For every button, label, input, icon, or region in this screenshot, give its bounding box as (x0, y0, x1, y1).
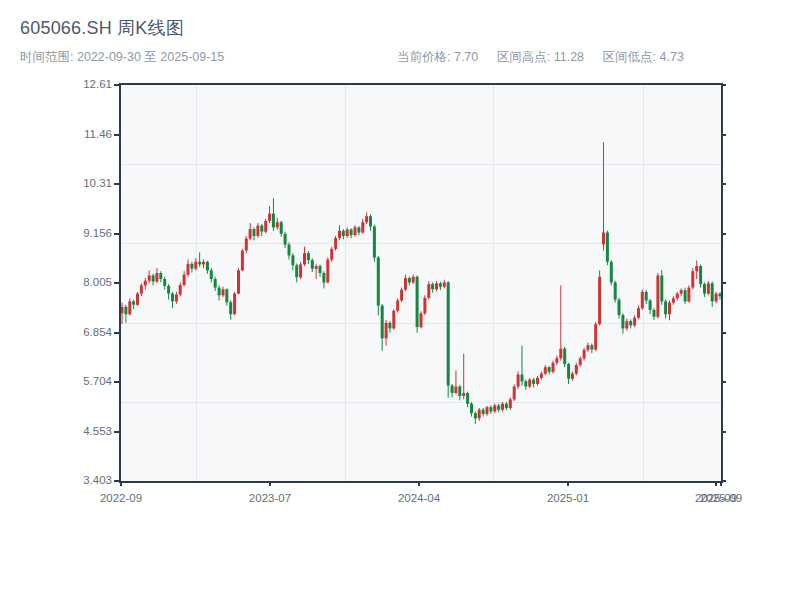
candle-body (563, 349, 566, 365)
candle-body (532, 380, 535, 384)
candle-body (350, 230, 353, 236)
candle-body (614, 282, 617, 299)
candle-body (575, 365, 578, 374)
candle-body (672, 298, 675, 302)
candle-body (513, 387, 516, 400)
y-tick (114, 381, 119, 383)
candle-body (179, 285, 182, 295)
candle-body (517, 375, 520, 387)
candle-body (637, 308, 640, 318)
y-tick-label: 5.704 (40, 375, 112, 387)
y-tick (114, 183, 119, 185)
y-tick-label: 11.46 (40, 128, 112, 140)
candle-body (183, 275, 186, 285)
candle-body (256, 226, 259, 236)
candle-body (385, 323, 388, 339)
candle-body (361, 222, 364, 232)
candle-body (288, 245, 291, 256)
candle-body (132, 301, 135, 304)
candle-body (649, 301, 652, 311)
candle-body (598, 277, 601, 324)
candle-body (412, 277, 415, 283)
candle-body (148, 276, 151, 281)
candle-body (703, 284, 706, 294)
candle-body (486, 407, 489, 414)
y-tick-right (721, 84, 726, 86)
candle-body (136, 294, 139, 305)
candle-body (660, 276, 663, 302)
candle-body (369, 216, 372, 226)
candle-body (175, 295, 178, 302)
candle-body (354, 227, 357, 235)
candle-body (307, 253, 310, 260)
candle-body (140, 285, 143, 293)
candle-body (668, 303, 671, 315)
candle-body (187, 264, 190, 275)
candle-body (711, 283, 714, 301)
candle-body (222, 289, 225, 295)
y-tick-right (721, 134, 726, 136)
candle-body (602, 233, 605, 245)
candle-body (311, 260, 314, 269)
candle-body (144, 281, 147, 286)
candle-body (260, 226, 263, 232)
candle-body (159, 273, 162, 279)
candle-body (633, 318, 636, 326)
candle-body (377, 258, 380, 306)
candle-body (528, 380, 531, 387)
candle-body (493, 405, 496, 411)
candle-body (653, 310, 656, 317)
candle-body (454, 387, 457, 394)
x-tick (418, 481, 420, 486)
candle-body (439, 283, 442, 286)
candle-body (684, 290, 687, 301)
candle-body (594, 324, 597, 349)
candle-body (295, 265, 298, 277)
y-tick-right (721, 431, 726, 433)
candle-body (272, 214, 275, 228)
candle-body (536, 378, 539, 384)
x-tick-label: 2025-01 (528, 492, 608, 504)
candle-body (198, 262, 201, 265)
y-tick-label: 10.31 (40, 177, 112, 189)
y-tick-label: 3.403 (40, 474, 112, 486)
range-low-stat: 区间低点: 4.73 (603, 50, 684, 64)
candlestick-chart (121, 85, 721, 481)
candle-body (388, 323, 391, 329)
y-tick-right (721, 381, 726, 383)
x-tick-label: 2022-09 (81, 492, 161, 504)
candle-body (202, 262, 205, 265)
candle-body (322, 273, 325, 283)
candle-body (303, 253, 306, 264)
candle-body (128, 301, 131, 314)
y-tick-right (721, 183, 726, 185)
candle-body (501, 404, 504, 410)
candle-body (587, 345, 590, 350)
x-tick (715, 481, 717, 486)
page-title: 605066.SH 周K线图 (20, 16, 184, 40)
candle-body (509, 399, 512, 408)
candle-body (334, 238, 337, 249)
candle-body (373, 227, 376, 258)
candle-body (618, 300, 621, 316)
candle-body (524, 381, 527, 386)
candle-body (241, 251, 244, 271)
candle-body (625, 321, 628, 328)
candle-body (621, 315, 624, 328)
candle-body (676, 294, 679, 299)
candle-body (687, 288, 690, 302)
price-stats: 当前价格: 7.70 区间高点: 11.28 区间低点: 4.73 (397, 49, 699, 66)
candle-body (249, 229, 252, 239)
candle-body (280, 222, 283, 234)
y-tick-label: 8.005 (40, 276, 112, 288)
candle-body (400, 290, 403, 301)
candle-body (447, 282, 450, 385)
candle-body (346, 230, 349, 237)
candle-body (194, 262, 197, 269)
x-tick (120, 481, 122, 486)
candle-body (284, 234, 287, 245)
y-tick-label: 9.156 (40, 227, 112, 239)
y-tick-right (721, 332, 726, 334)
y-tick (114, 480, 119, 482)
candle-body (319, 266, 322, 273)
